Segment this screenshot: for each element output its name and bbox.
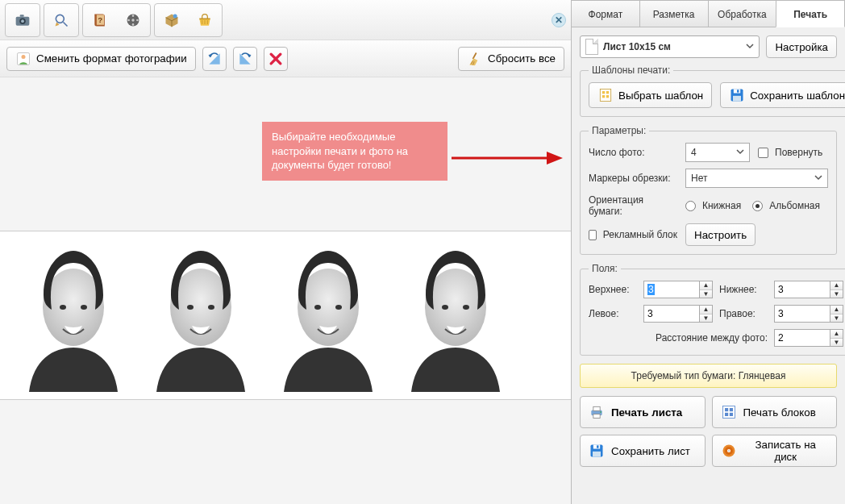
margin-right-value[interactable] [774, 305, 830, 323]
hint-tooltip-text: Выбирайте необходимые настройки печати и… [272, 131, 408, 171]
print-blocks-button[interactable]: Печать блоков [712, 396, 838, 428]
margin-left-value[interactable] [643, 305, 700, 323]
print-sheet-button[interactable]: Печать листа [580, 396, 706, 428]
tab-format[interactable]: Формат [571, 0, 640, 27]
sheet-settings-label: Настройка [775, 41, 828, 53]
camera-icon [15, 12, 31, 28]
spin-down-icon[interactable]: ▼ [700, 314, 712, 323]
svg-rect-3 [20, 15, 24, 17]
save-template-button[interactable]: Сохранить шаблон [720, 82, 845, 108]
save-sheet-label: Сохранить лист [611, 445, 690, 457]
change-format-button[interactable]: Сменить формат фотографии [6, 47, 196, 71]
svg-rect-50 [733, 96, 741, 102]
svg-rect-46 [602, 95, 605, 98]
ad-block-checkbox[interactable]: Рекламный блок [589, 229, 677, 240]
delete-x-icon [268, 51, 284, 67]
photo-count-value: 4 [691, 147, 697, 158]
svg-point-38 [335, 305, 342, 310]
tab-layout[interactable]: Разметка [639, 0, 709, 27]
sheet-select[interactable]: Лист 10x15 см [580, 35, 760, 58]
spinner-buttons[interactable]: ▲▼ [700, 305, 713, 323]
crop-markers-select[interactable]: Нет [685, 169, 828, 188]
magnifier-icon [53, 12, 69, 28]
camera-button[interactable] [7, 6, 38, 35]
params-fieldset: Параметры: Число фото: 4 Повернуть Марке… [580, 125, 837, 255]
toolbar-group-camera [5, 3, 40, 37]
reel-button[interactable] [118, 6, 148, 35]
orientation-portrait-radio[interactable]: Книжная [685, 200, 741, 211]
film-reel-icon [125, 12, 141, 28]
crop-markers-label: Маркеры обрезки: [589, 173, 677, 184]
photo-strip [0, 231, 571, 400]
margin-bottom-value[interactable] [774, 281, 830, 298]
spin-down-icon[interactable]: ▼ [700, 290, 712, 298]
burn-disk-button[interactable]: Записать на диск [712, 435, 838, 467]
svg-rect-60 [729, 413, 732, 416]
tab-print[interactable]: Печать [776, 0, 845, 27]
ad-config-label: Настроить [694, 229, 747, 241]
margin-bottom-label: Нижнее: [719, 284, 768, 295]
rotate-label: Повернуть [775, 147, 822, 158]
box-button[interactable] [156, 6, 187, 35]
rotate-left-button[interactable] [202, 47, 227, 71]
svg-rect-56 [722, 406, 735, 419]
spin-up-icon[interactable]: ▲ [700, 306, 712, 314]
svg-rect-57 [725, 408, 728, 411]
reset-all-label: Сбросить все [488, 52, 556, 65]
close-panel-button[interactable]: ✕ [552, 13, 566, 27]
save-sheet-button[interactable]: Сохранить лист [580, 435, 706, 467]
rotate-right-icon [237, 51, 253, 67]
ad-config-button[interactable]: Настроить [685, 223, 756, 246]
photo-count-label: Число фото: [589, 147, 677, 158]
basket-button[interactable] [189, 6, 220, 35]
floppy-icon [589, 443, 605, 459]
margin-top-input[interactable]: 3▲▼ [643, 281, 713, 298]
checkbox-icon [589, 230, 597, 240]
svg-point-2 [21, 19, 24, 23]
params-legend: Параметры: [589, 125, 649, 136]
margin-top-label: Верхнее: [589, 284, 637, 295]
margin-left-input[interactable]: ▲▼ [643, 305, 713, 323]
spinner-buttons[interactable]: ▲▼ [830, 329, 843, 347]
photo-thumb [140, 239, 261, 392]
spinner-buttons[interactable]: ▲▼ [830, 305, 843, 323]
hint-arrow-icon [452, 142, 564, 174]
photo-gap-input[interactable]: ▲▼ [774, 329, 843, 347]
spin-down-icon[interactable]: ▼ [830, 314, 843, 323]
preview-canvas: Выбирайте необходимые настройки печати и… [0, 77, 571, 504]
spinner-buttons[interactable]: ▲▼ [700, 281, 713, 298]
sheet-settings-button[interactable]: Настройка [766, 35, 837, 58]
spin-up-icon[interactable]: ▲ [830, 330, 843, 339]
search-button[interactable] [46, 6, 77, 35]
spin-up-icon[interactable]: ▲ [830, 306, 843, 314]
photo-gap-label: Расстояние между фото: [589, 332, 768, 344]
select-template-button[interactable]: Выбрать шаблон [589, 82, 712, 108]
spin-up-icon[interactable]: ▲ [830, 281, 843, 290]
photo-count-select[interactable]: 4 [685, 143, 750, 162]
spin-down-icon[interactable]: ▼ [830, 290, 843, 298]
paper-type-text: Требуемый тип бумаги: Глянцевая [631, 370, 786, 381]
ad-block-label: Рекламный блок [603, 229, 677, 240]
orientation-landscape-label: Альбомная [769, 200, 820, 211]
spinner-buttons[interactable]: ▲▼ [830, 281, 843, 298]
reset-all-button[interactable]: Сбросить все [458, 47, 564, 71]
svg-point-19 [22, 55, 26, 59]
photo-gap-value[interactable] [774, 329, 830, 347]
templates-fieldset: Шаблоны печати: Выбрать шаблон Сохранить… [580, 65, 845, 117]
spin-up-icon[interactable]: ▲ [700, 281, 712, 290]
tab-processing[interactable]: Обработка [708, 0, 777, 27]
margin-right-input[interactable]: ▲▼ [774, 305, 843, 323]
help-book-button[interactable]: ? [85, 6, 115, 35]
spin-down-icon[interactable]: ▼ [830, 339, 843, 347]
side-tabs: Формат Разметка Обработка Печать [572, 0, 845, 27]
orientation-landscape-radio[interactable]: Альбомная [752, 200, 820, 211]
margin-right-label: Правое: [719, 308, 768, 319]
rotate-right-button[interactable] [233, 47, 257, 71]
orientation-portrait-label: Книжная [702, 200, 741, 211]
rotate-checkbox[interactable]: Повернуть [758, 147, 822, 158]
margin-left-label: Левое: [589, 308, 637, 319]
select-template-label: Выбрать шаблон [618, 90, 703, 102]
delete-button[interactable] [264, 47, 288, 71]
print-sheet-label: Печать листа [611, 406, 682, 419]
margin-bottom-input[interactable]: ▲▼ [774, 281, 843, 298]
